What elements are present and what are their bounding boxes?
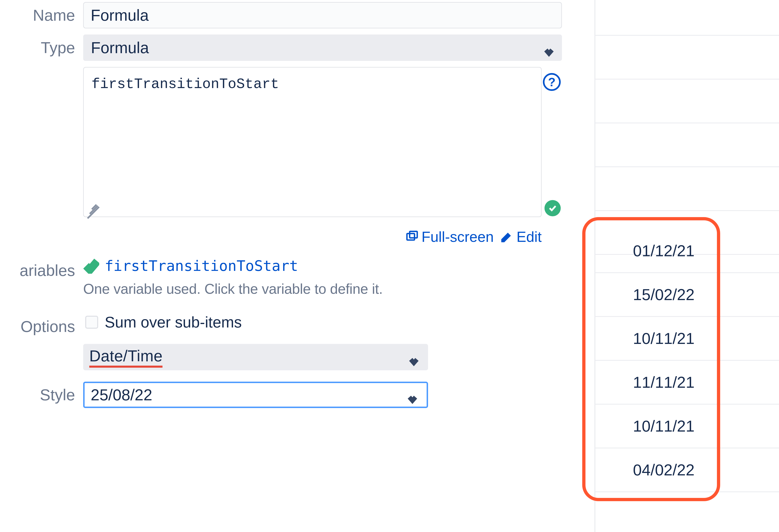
- format-select-value: Date/Time: [89, 347, 163, 368]
- result-cell: 10/11/21: [594, 317, 779, 361]
- variable-link[interactable]: firstTransitionToStart: [105, 257, 298, 274]
- svg-rect-1: [410, 231, 417, 238]
- fullscreen-link[interactable]: Full-screen: [405, 229, 494, 245]
- result-cell: 11/11/21: [594, 361, 779, 405]
- help-icon[interactable]: ?: [543, 73, 561, 91]
- edit-link[interactable]: Edit: [500, 229, 542, 245]
- name-label: Name: [0, 2, 83, 24]
- results-column: 01/12/21 15/02/22 10/11/21 11/11/21 10/1…: [582, 0, 779, 532]
- valid-check-icon: [544, 200, 561, 216]
- name-input[interactable]: [83, 2, 562, 28]
- format-select[interactable]: Date/Time: [83, 344, 428, 370]
- chevron-down-icon: [409, 352, 419, 362]
- result-cell: 15/02/22: [594, 273, 779, 317]
- options-label: Options: [0, 313, 83, 336]
- style-label: Style: [0, 381, 83, 404]
- pencil-icon: [500, 230, 513, 243]
- type-select-value: Formula: [91, 39, 149, 57]
- formula-code-input[interactable]: [83, 67, 542, 217]
- chevron-down-icon: [407, 390, 418, 400]
- result-cell: 10/11/21: [594, 405, 779, 449]
- edit-label: Edit: [517, 229, 542, 245]
- fullscreen-icon: [405, 230, 418, 243]
- type-select[interactable]: Formula: [83, 35, 562, 61]
- type-label: Type: [0, 35, 83, 57]
- style-select-value: 25/08/22: [91, 386, 153, 404]
- result-cell: 01/12/21: [594, 229, 779, 273]
- variable-helper-text: One variable used. Click the variable to…: [83, 281, 562, 297]
- variables-label: ariables: [0, 257, 83, 280]
- fullscreen-label: Full-screen: [422, 229, 494, 245]
- result-cell: 04/02/22: [594, 449, 779, 492]
- svg-rect-0: [407, 234, 414, 240]
- chevron-down-icon: [544, 42, 554, 53]
- sum-checkbox[interactable]: [85, 316, 98, 329]
- check-icon: [83, 258, 100, 274]
- sum-checkbox-label: Sum over sub-items: [105, 313, 242, 331]
- style-select[interactable]: 25/08/22: [83, 381, 428, 408]
